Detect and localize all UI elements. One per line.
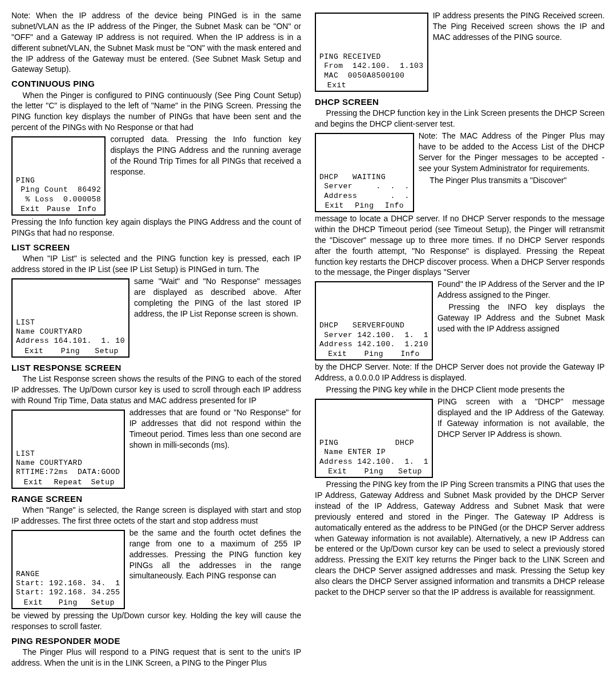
heading-list-response: LIST RESPONSE SCREEN [11,362,301,374]
dhcp-p2: message to locate a DHCP server. If no D… [315,213,605,278]
dhcp-p3: by the DHCP Server. Note: If the DHCP Se… [315,362,605,383]
dhcp-p1: Pressing the DHCP function key in the Li… [315,108,605,129]
lcd-range: RANGE Start: 192.168. 34. 1 Start: 192.1… [11,530,125,609]
heading-range-screen: RANGE SCREEN [11,493,301,505]
cont-ping-p1: When the Pinger is configured to PING co… [11,90,301,133]
range-p1: When "Range" is selected, the Range scre… [11,505,301,526]
lcd-dhcp-ping: PING DHCP Name ENTER IP Address 142.100.… [315,399,433,478]
heading-dhcp-screen: DHCP SCREEN [315,96,605,108]
cont-ping-p2: Pressing the Info function key again dis… [11,217,301,238]
lcd-dhcp-serverfound: DHCP SERVERFOUND Server 142.100. 1. 1 Ad… [315,281,433,360]
heading-list-screen: LIST SCREEN [11,242,301,253]
lcd-dhcp-waiting: DHCP WAITING Server . . . Address . . Ex… [315,133,414,212]
dhcp-p5: Pressing the PING key from the IP Ping S… [315,479,605,598]
dhcp-p4a: Pressing the PING key while in the DHCP … [315,384,605,395]
heading-continuous-ping: CONTINUOUS PING [11,78,301,90]
resp-p1: The Pinger Plus will respond to a PING r… [11,647,301,668]
listresp-p1: The List Response screen shows the resul… [11,374,301,406]
list-p1: When "IP List" is selected and the PING … [11,253,301,275]
range-p2: be viewed by pressing the Up/Down cursor… [11,610,301,632]
heading-ping-responder: PING RESPONDER MODE [11,635,301,647]
intro-note: Note: When the IP address of the device … [11,10,301,75]
lcd-ping-received: PING RECEIVED From 142.100. 1.103 MAC 00… [315,13,428,92]
lcd-list: LIST Name COURTYARD Address 164.101. 1. … [11,278,129,358]
lcd-list-response: LIST Name COURTYARD RTTIME:72ms DATA:GOO… [11,410,125,489]
lcd-ping: PING Ping Count 86492 % Loss 0.000058 Ex… [11,136,106,216]
